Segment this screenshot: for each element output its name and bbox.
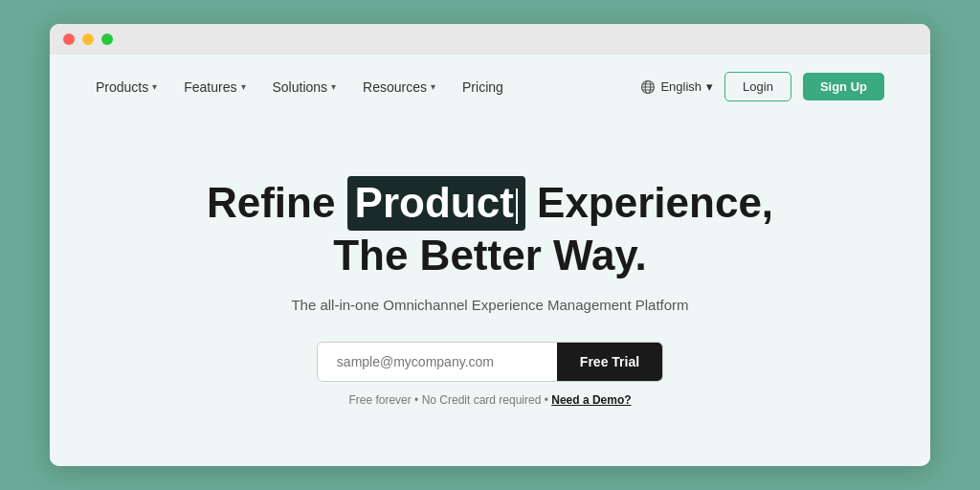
nav-item-solutions[interactable]: Solutions ▾	[273, 79, 337, 95]
page-content: Products ▾ Features ▾ Solutions ▾ Resour…	[50, 55, 930, 466]
dot-red[interactable]	[63, 33, 75, 45]
chevron-down-icon: ▾	[241, 81, 246, 92]
nav-item-pricing[interactable]: Pricing	[462, 79, 503, 95]
hero-title-line2: The Better Way.	[333, 232, 647, 278]
nav-item-features[interactable]: Features ▾	[184, 79, 245, 95]
free-trial-button[interactable]: Free Trial	[557, 343, 662, 381]
nav-features-label: Features	[184, 79, 236, 95]
language-label: English	[660, 79, 702, 94]
hero-title-before: Refine	[207, 179, 347, 226]
chevron-down-icon: ▾	[431, 81, 435, 92]
globe-icon	[640, 79, 656, 95]
chevron-down-icon: ▾	[331, 81, 336, 92]
nav-resources-label: Resources	[363, 79, 427, 95]
cta-form: Free Trial	[317, 342, 663, 382]
nav-solutions-label: Solutions	[273, 79, 328, 95]
language-selector[interactable]: English ▾	[640, 79, 713, 95]
hero-title-highlight: Product	[347, 176, 525, 231]
hero-section: Refine Product Experience, The Better Wa…	[50, 119, 930, 455]
cta-note: Free forever • No Credit card required •…	[348, 393, 631, 407]
dot-green[interactable]	[101, 33, 113, 45]
nav-item-products[interactable]: Products ▾	[96, 79, 157, 95]
cta-note-text: Free forever • No Credit card required •	[348, 393, 547, 407]
nav-item-resources[interactable]: Resources ▾	[363, 79, 435, 95]
navbar: Products ▾ Features ▾ Solutions ▾ Resour…	[50, 55, 930, 119]
chevron-down-icon: ▾	[152, 81, 157, 92]
signup-button[interactable]: Sign Up	[803, 73, 884, 100]
chevron-down-icon: ▾	[706, 79, 713, 94]
nav-products-label: Products	[96, 79, 148, 95]
login-button[interactable]: Login	[724, 72, 791, 101]
dot-yellow[interactable]	[82, 33, 94, 45]
hero-title-after: Experience,	[525, 179, 773, 226]
browser-chrome	[50, 24, 930, 55]
hero-title: Refine Product Experience, The Better Wa…	[207, 176, 773, 281]
nav-links: Products ▾ Features ▾ Solutions ▾ Resour…	[96, 79, 503, 95]
hero-subtitle: The all-in-one Omnichannel Experience Ma…	[291, 297, 688, 313]
need-demo-link[interactable]: Need a Demo?	[551, 393, 631, 407]
browser-window: Products ▾ Features ▾ Solutions ▾ Resour…	[50, 24, 930, 466]
email-input[interactable]	[318, 343, 557, 381]
nav-actions: English ▾ Login Sign Up	[640, 72, 884, 101]
